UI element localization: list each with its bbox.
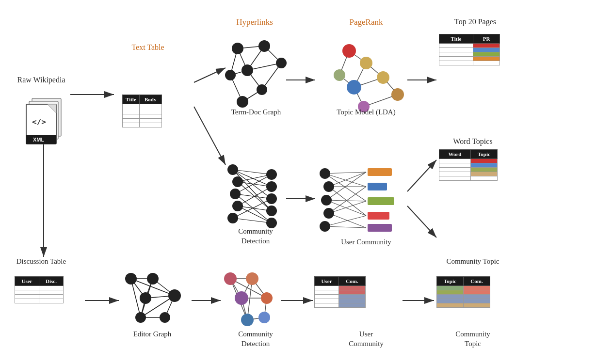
svg-line-120 [242, 279, 252, 298]
community-topic-bottom-label: CommunityTopic [439, 330, 507, 348]
svg-line-25 [262, 63, 281, 90]
svg-line-21 [247, 70, 262, 90]
word-topic-table: Word Topic [439, 149, 498, 181]
svg-line-118 [230, 279, 267, 298]
svg-point-70 [266, 181, 277, 192]
svg-point-71 [266, 193, 277, 204]
svg-point-114 [135, 312, 146, 323]
svg-line-124 [264, 298, 267, 317]
svg-line-63 [233, 218, 272, 223]
svg-point-129 [235, 291, 248, 305]
svg-line-119 [252, 279, 267, 298]
xml-doc-icon: </> XML [23, 95, 67, 153]
svg-point-46 [347, 80, 361, 95]
svg-line-123 [242, 298, 247, 320]
editor-graph-label: Editor Graph [123, 330, 181, 339]
svg-point-127 [224, 272, 237, 285]
svg-line-59 [238, 187, 272, 206]
title-pr-table: Title PR [439, 34, 500, 65]
svg-point-30 [225, 70, 236, 80]
svg-line-52 [233, 170, 272, 211]
svg-line-9 [407, 206, 436, 237]
svg-point-128 [246, 272, 258, 285]
svg-point-67 [232, 201, 243, 211]
svg-point-92 [320, 221, 330, 232]
topic-com-table: Topic Com. [436, 276, 490, 308]
svg-rect-95 [368, 197, 394, 205]
text-table-label: Text Table [124, 43, 172, 53]
hyperlinks-graph [225, 40, 287, 108]
svg-line-99 [131, 279, 145, 298]
svg-line-62 [233, 199, 272, 218]
svg-line-3 [194, 68, 226, 82]
user-community-top-label: User Community [335, 237, 398, 247]
svg-point-115 [160, 312, 170, 323]
svg-point-110 [125, 273, 137, 285]
svg-line-18 [264, 46, 281, 63]
svg-line-101 [153, 279, 175, 296]
svg-line-104 [145, 296, 175, 298]
community-topic-label: Community Topic [439, 257, 507, 267]
pagerank-graph [334, 44, 404, 112]
svg-point-72 [266, 206, 277, 216]
svg-line-82 [326, 200, 366, 216]
svg-line-37 [339, 75, 354, 87]
svg-point-44 [377, 71, 389, 84]
svg-line-106 [165, 296, 175, 317]
svg-line-24 [242, 90, 262, 102]
svg-line-61 [238, 206, 272, 223]
svg-line-39 [354, 87, 364, 107]
svg-point-69 [266, 169, 277, 180]
svg-point-130 [261, 292, 273, 304]
svg-point-48 [391, 88, 404, 101]
svg-line-57 [235, 194, 272, 199]
svg-line-125 [247, 317, 264, 320]
svg-rect-97 [368, 224, 392, 232]
user-disc-table: User Disc. [15, 276, 64, 303]
svg-point-88 [320, 168, 330, 179]
svg-point-32 [237, 96, 248, 108]
svg-line-60 [238, 206, 272, 211]
svg-line-108 [131, 279, 141, 317]
svg-rect-96 [368, 212, 389, 220]
community-detection-graph-bottom [224, 272, 273, 326]
svg-line-121 [247, 279, 252, 320]
svg-line-16 [238, 48, 247, 70]
svg-point-28 [276, 58, 287, 68]
svg-line-51 [233, 170, 272, 199]
svg-line-58 [235, 194, 272, 223]
svg-line-38 [354, 78, 383, 87]
svg-line-85 [329, 213, 366, 228]
hyperlinks-label: Hyperlinks [226, 17, 284, 28]
svg-point-113 [168, 289, 181, 302]
svg-line-117 [230, 279, 242, 298]
svg-line-53 [238, 174, 272, 182]
svg-line-8 [407, 160, 436, 191]
svg-line-34 [339, 51, 349, 75]
svg-point-65 [232, 176, 243, 187]
svg-point-29 [242, 64, 253, 76]
svg-line-22 [247, 63, 281, 70]
svg-line-74 [325, 172, 366, 174]
svg-line-126 [230, 279, 247, 320]
svg-rect-94 [368, 183, 387, 190]
community-detection-top-label: Community Detection [224, 227, 287, 246]
svg-point-90 [321, 195, 332, 206]
svg-line-41 [364, 95, 398, 107]
term-doc-graph-label: Term-Doc Graph [227, 108, 285, 117]
svg-line-33 [349, 51, 366, 63]
svg-line-84 [329, 201, 366, 213]
svg-point-31 [257, 84, 267, 95]
community-detection-graph-top [227, 164, 277, 228]
svg-point-43 [360, 57, 372, 69]
pagerank-label: PageRank [335, 17, 398, 28]
svg-point-111 [147, 273, 159, 285]
svg-point-27 [258, 40, 270, 52]
svg-line-77 [329, 172, 366, 187]
community-detection-bottom-label: CommunityDetection [224, 330, 287, 348]
svg-line-56 [235, 174, 272, 194]
svg-line-4 [194, 107, 226, 165]
svg-line-40 [383, 78, 398, 95]
svg-line-23 [230, 75, 242, 102]
svg-point-91 [323, 208, 334, 219]
